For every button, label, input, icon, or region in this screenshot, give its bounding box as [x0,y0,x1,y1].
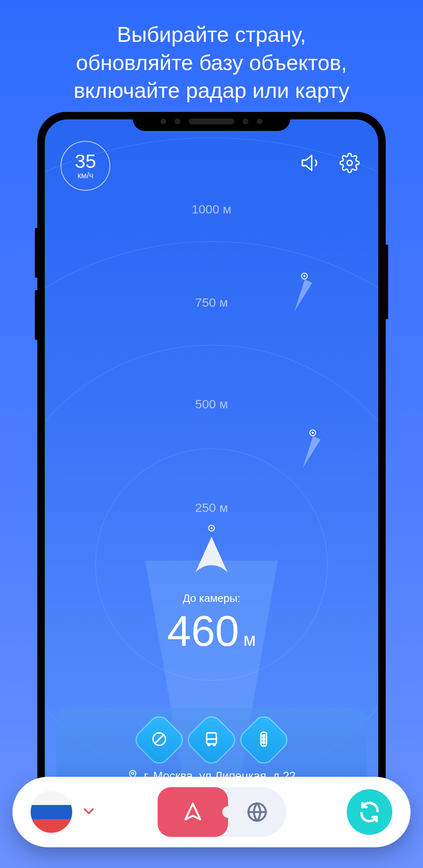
to-camera-label: До камеры: [45,592,378,605]
svg-point-6 [213,744,215,746]
phone-frame: 35 км/ч 1000 м 750 м 500 м 250 м [37,112,386,829]
to-camera-value: 460 [167,607,239,655]
refresh-icon [357,800,382,824]
radar-arrow-icon [182,801,204,823]
ban-icon [131,712,187,768]
gear-icon[interactable] [339,153,360,175]
to-camera-unit: м [243,629,256,650]
mode-toggle [158,787,286,837]
sound-icon[interactable] [299,152,321,176]
mode-map-button[interactable] [228,787,286,837]
country-selector[interactable] [31,791,97,833]
flag-ru-icon [31,791,72,833]
chevron-down-icon [80,803,97,821]
svg-point-5 [208,744,210,746]
traffic-light-icon [236,712,292,768]
svg-line-2 [155,735,163,743]
svg-point-0 [347,160,352,166]
bottom-toolbar [12,777,411,847]
mode-radar-button[interactable] [158,787,228,837]
globe-icon [246,800,269,824]
svg-rect-3 [207,733,216,744]
svg-point-10 [263,742,265,744]
app-screen: 35 км/ч 1000 м 750 м 500 м 250 м [45,119,378,822]
distance-label-500: 500 м [195,397,228,411]
distance-label-1000: 1000 м [192,202,231,216]
speed-unit: км/ч [78,171,93,180]
to-camera-readout: До камеры: 460м [45,592,378,656]
distance-label-250: 250 м [195,501,228,515]
bus-icon [183,712,240,768]
svg-point-8 [263,735,265,737]
camera-marker-icon [301,273,308,279]
speed-value: 35 [75,152,96,171]
refresh-button[interactable] [347,789,392,835]
svg-point-11 [131,772,134,774]
speed-badge: 35 км/ч [61,141,110,191]
camera-marker-icon [309,429,316,436]
location-arrow-icon [193,525,230,577]
promo-headline: Выбирайте страну, обновляйте базу объект… [0,0,423,117]
distance-label-750: 750 м [195,296,228,310]
svg-point-9 [263,738,265,740]
